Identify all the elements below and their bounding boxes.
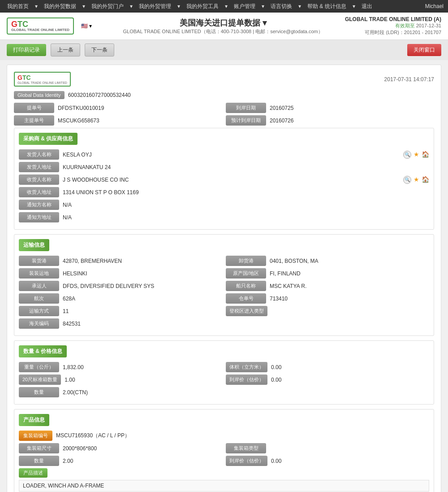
notify-name-value: N/A bbox=[63, 202, 429, 208]
record-card: GTC GLOBAL TRADE ONLINE LIMITED 2017-07-… bbox=[7, 65, 441, 492]
master-bill-row: 主提单号 MSCUKG658673 预计到岸日期 20160726 bbox=[14, 115, 434, 126]
vessel-label: 船只名称 bbox=[226, 281, 266, 291]
nav-sep5: ▾ bbox=[222, 3, 230, 9]
quantity-value: 2.00(CTN) bbox=[63, 389, 429, 396]
container-no-label-btn[interactable]: 集装箱编号 bbox=[19, 431, 52, 441]
product-qty-price-row: 数量 2.00 到岸价（估价） 0.00 bbox=[19, 456, 429, 466]
arrival-price-label: 到岸价（估价） bbox=[226, 374, 267, 385]
nav-language[interactable]: 语言切换 bbox=[268, 3, 295, 10]
shipper-addr-label: 发货人地址 bbox=[19, 162, 59, 172]
container-size-value: 2000*806*800 bbox=[63, 445, 222, 452]
place-origin-row: 装装运地 HELSINKI 原产国/地区 FI, FINLAND bbox=[19, 268, 429, 279]
product-qty-value: 2.00 bbox=[63, 458, 222, 464]
print-button[interactable]: 打印易记录 bbox=[7, 44, 46, 56]
notify-name-label: 通知方名称 bbox=[19, 200, 59, 210]
global-data-label: Global Data Identity bbox=[14, 91, 65, 99]
quantity-section: 数量 & 价格信息 重量（公斤） 1,832.00 体积（立方米） 0.00 2… bbox=[14, 340, 434, 405]
load-port-value: 42870, BREMERHAVEN bbox=[63, 258, 222, 264]
mode-ftz-row: 运输方式 11 登税区进入类型 bbox=[19, 306, 429, 316]
consignee-home-icon[interactable]: 🏠 bbox=[422, 176, 429, 184]
nav-home[interactable]: 我的首页 bbox=[4, 3, 31, 10]
volume-field: 体积（立方米） 0.00 bbox=[226, 362, 429, 372]
product-qty-field: 数量 2.00 bbox=[19, 456, 222, 466]
product-price-value: 0.00 bbox=[271, 458, 429, 464]
quantity-row: 数量 2.00(CTN) bbox=[19, 387, 429, 397]
consignee-icons: 🔍 ★ 🏠 bbox=[403, 176, 429, 184]
nav-sep6: ▾ bbox=[259, 3, 267, 9]
ports-row: 装货港 42870, BREMERHAVEN 卸货港 0401, BOSTON,… bbox=[19, 256, 429, 266]
record-datetime: 2017-07-31 14:07:17 bbox=[384, 76, 434, 83]
product-section: 产品信息 集装箱编号 MSCU7165930（AC / L / PP） 集装箱尺… bbox=[14, 409, 434, 492]
transport-section: 运输信息 装货港 42870, BREMERHAVEN 卸货港 0401, BO… bbox=[14, 234, 434, 336]
shipper-name-row: 发货人名称 KESLA OYJ 🔍 ★ 🏠 bbox=[19, 149, 429, 160]
arrival-date-field: 到岸日期 20160725 bbox=[226, 103, 434, 113]
consignee-search-icon[interactable]: 🔍 bbox=[403, 176, 411, 184]
notify-addr-row: 通知方地址 N/A bbox=[19, 212, 429, 222]
shipper-home-icon[interactable]: 🏠 bbox=[422, 151, 429, 159]
nav-trade-tools[interactable]: 我的外贸工具 bbox=[184, 3, 221, 10]
origin-value: FI, FINLAND bbox=[270, 270, 429, 277]
load-port-field: 装货港 42870, BREMERHAVEN bbox=[19, 256, 222, 266]
page-title-area: 美国海关进口提单数据 ▾ GLOBAL TRADE ONLINE LIMITED… bbox=[92, 17, 345, 35]
nav-sep8: ▾ bbox=[350, 3, 358, 9]
container-20-value: 1.00 bbox=[65, 377, 222, 383]
consignee-star-icon[interactable]: ★ bbox=[414, 176, 419, 184]
est-arrival-label: 预计到岸日期 bbox=[226, 115, 266, 126]
nav-help[interactable]: 帮助 & 统计信息 bbox=[305, 3, 349, 10]
master-bill-value: MSCUKG658673 bbox=[58, 118, 222, 124]
container-20-field: 20尺标准箱数量 1.00 bbox=[19, 374, 222, 385]
record-header: GTC GLOBAL TRADE ONLINE LIMITED 2017-07-… bbox=[14, 72, 434, 87]
container-price-row: 20尺标准箱数量 1.00 到岸价（估价） 0.00 bbox=[19, 374, 429, 385]
bill-no-value: DFDSTKU0010019 bbox=[58, 105, 222, 111]
bill-no-field: 提单号 DFDSTKU0010019 bbox=[14, 103, 222, 113]
container-no-value: MSCU7165930（AC / L / PP） bbox=[56, 432, 429, 440]
shipper-search-icon[interactable]: 🔍 bbox=[403, 151, 411, 159]
nav-account[interactable]: 账户管理 bbox=[231, 3, 258, 10]
discharge-port-value: 0401, BOSTON, MA bbox=[270, 258, 429, 264]
carrier-label: 承运人 bbox=[19, 281, 59, 291]
bill-no-label: 提单号 bbox=[14, 103, 54, 113]
vessel-field: 船只名称 MSC KATYA R. bbox=[226, 281, 429, 291]
close-button[interactable]: 关闭窗口 bbox=[407, 44, 441, 56]
quantity-label: 数量 bbox=[19, 387, 59, 397]
consignee-addr-label: 收货人地址 bbox=[19, 187, 59, 197]
nav-sep7: ▾ bbox=[296, 3, 304, 9]
discharge-port-field: 卸货港 0401, BOSTON, MA bbox=[226, 256, 429, 266]
arrival-date-value: 20160725 bbox=[270, 105, 434, 111]
discharge-port-label: 卸货港 bbox=[226, 256, 266, 266]
manifest-label: 仓单号 bbox=[226, 293, 266, 304]
nav-trade-mgmt[interactable]: 我的外贸管理 bbox=[136, 3, 174, 10]
next-button[interactable]: 下一条 bbox=[85, 44, 114, 57]
record-logo-mark: GTC GLOBAL TRADE ONLINE LIMITED bbox=[14, 72, 71, 87]
shipper-name-value: KESLA OYJ bbox=[63, 152, 399, 158]
customs-code-label: 海关编码 bbox=[19, 318, 59, 329]
shipper-icons: 🔍 ★ 🏠 bbox=[403, 151, 429, 159]
nav-logout[interactable]: 退出 bbox=[359, 3, 375, 10]
ftz-field: 登税区进入类型 bbox=[226, 306, 429, 316]
container-size-type-row: 集装箱尺寸 2000*806*800 集装箱类型 bbox=[19, 443, 429, 453]
voyage-value: 628A bbox=[63, 296, 222, 302]
origin-field: 原产国/地区 FI, FINLAND bbox=[226, 268, 429, 279]
shipper-star-icon[interactable]: ★ bbox=[414, 151, 419, 159]
consignee-addr-row: 收货人地址 1314 UNION ST P O BOX 1169 bbox=[19, 187, 429, 197]
voyage-manifest-row: 航次 628A 仓单号 713410 bbox=[19, 293, 429, 304]
transport-section-title: 运输信息 bbox=[19, 239, 49, 251]
consignee-name-value: J S WOODHOUSE CO INC bbox=[63, 177, 399, 183]
prev-button[interactable]: 上一条 bbox=[51, 44, 80, 57]
top-toolbar: 打印易记录 上一条 下一条 关闭窗口 bbox=[0, 40, 448, 60]
product-price-field: 到岸价（估价） 0.00 bbox=[226, 456, 429, 466]
global-data-row: Global Data Identity 6003201607270005324… bbox=[14, 91, 434, 99]
nav-trade-portal[interactable]: 我的外贸门户 bbox=[89, 3, 126, 10]
customs-code-row: 海关编码 842531 bbox=[19, 318, 429, 329]
nav-trade-data[interactable]: 我的外贸数据 bbox=[41, 3, 79, 10]
notify-addr-label: 通知方地址 bbox=[19, 212, 59, 222]
header-subtitle: GLOBAL TRADE ONLINE LIMITED（电话：400-710-3… bbox=[101, 28, 345, 35]
notify-addr-value: N/A bbox=[63, 214, 429, 221]
arrival-price-value: 0.00 bbox=[271, 377, 429, 383]
customs-code-value: 842531 bbox=[63, 321, 429, 327]
container-size-field: 集装箱尺寸 2000*806*800 bbox=[19, 443, 222, 453]
page-title: 美国海关进口提单数据 ▾ bbox=[101, 17, 345, 28]
product-section-title: 产品信息 bbox=[19, 414, 49, 426]
nav-sep4: ▾ bbox=[175, 3, 183, 9]
product-desc-btn[interactable]: 产品描述 bbox=[19, 468, 47, 478]
